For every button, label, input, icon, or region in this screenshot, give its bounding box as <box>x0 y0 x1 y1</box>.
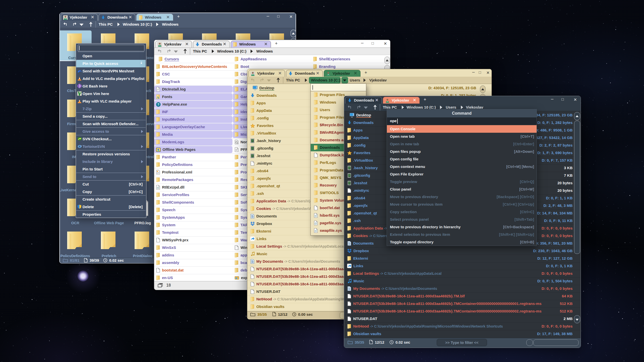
svg-text:?: ? <box>157 103 159 106</box>
svg-text:A: A <box>156 96 159 99</box>
